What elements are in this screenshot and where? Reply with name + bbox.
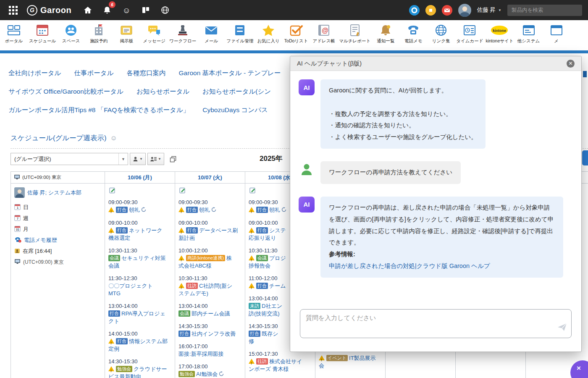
portal-tab[interactable]: お知らせポータル [136, 87, 189, 96]
new-event-icon[interactable] [249, 187, 256, 195]
day-header[interactable]: 10/07 (火) [175, 171, 245, 184]
portal-tab[interactable]: サイボウズ Office/Garoon比較ポータル [8, 87, 123, 96]
app-item-todo[interactable]: ToDoリスト [282, 20, 310, 50]
app-item-facility[interactable]: 施設予約 [85, 20, 113, 50]
event[interactable]: 17:00-18:00勉強会AI勉強会 [178, 363, 242, 378]
app-item-file[interactable]: ファイル管理 [225, 20, 255, 50]
member-tool-presence[interactable]: 在席 [16:44] [14, 246, 101, 257]
service-icon-mail[interactable] [442, 5, 452, 16]
event[interactable]: 11:30-12:30〇〇プロジェクト MTG [108, 275, 171, 297]
app-item-partial[interactable]: メ [543, 20, 570, 50]
garoon-logo[interactable]: G Garoon [27, 5, 71, 16]
event-category-badge: 会議 [256, 255, 268, 261]
top-bar-right: 佐藤 昇 ▼ [409, 4, 582, 17]
search-input[interactable] [507, 5, 582, 16]
group-select[interactable]: (グループ選択) ▼ [10, 153, 128, 165]
member-row: 佐藤 昇; システム本部 [14, 187, 101, 198]
event-line: イベントIT製品展示 会 [319, 354, 382, 370]
portlet-options-icon[interactable]: ☺ [110, 135, 117, 142]
event[interactable]: 16:00-17:00面接:新卒採用面接 [178, 343, 242, 358]
event[interactable]: 14:30-15:30勉強会クラウドサー ビス最新動向 [108, 358, 171, 378]
member-tool-calendar-week[interactable]: 7週 [14, 213, 101, 224]
new-event-icon[interactable] [179, 187, 186, 195]
event-category-badge: 来訪 [249, 303, 260, 309]
chevron-down-icon: ▼ [498, 8, 501, 12]
app-item-label: ToDoリスト [284, 38, 308, 44]
portal-tab[interactable]: 各種窓口案内 [127, 69, 166, 78]
portal-tab[interactable]: ガルーンポータル活用Tips #8 「FAQを検索できるポータル」 [8, 106, 189, 115]
event[interactable]: 09:00-10:00打合データベース刷 新計画 [178, 219, 242, 242]
schedule-portlet-title[interactable]: スケジュール(グループ週表示) [10, 134, 107, 143]
event[interactable]: イベントIT製品展示 会 [319, 354, 382, 370]
portal-tab[interactable]: 仕事ポータル [74, 69, 113, 78]
help-article-link[interactable]: 申請が差し戻された場合の対処|クラウド版 Garoon ヘルプ [329, 260, 490, 272]
app-item-label: 電話メモ [404, 38, 423, 44]
event[interactable]: 15:00-17:30往訪株式会社サイ ンボーズ 青木様 [249, 350, 312, 373]
member-tool-calendar-day[interactable]: 1日 [14, 202, 101, 213]
user-menu[interactable]: 佐藤 昇 ▼ [477, 6, 501, 14]
app-item-notification[interactable]: 通知一覧 [372, 20, 399, 50]
member-avatar[interactable] [14, 187, 25, 198]
app-item-favorite[interactable]: お気に入り [255, 20, 282, 50]
close-icon[interactable]: ✕ [567, 60, 575, 68]
chat-bubble: ワークフローの再申請方法を教えてください [320, 161, 461, 184]
event[interactable]: 14:30-15:30打合社内インフラ改善 [178, 323, 242, 338]
app-item-portal[interactable]: ポータル [0, 20, 28, 50]
organization-select-button[interactable]: ▼ [147, 153, 164, 165]
send-icon[interactable] [557, 323, 567, 331]
event[interactable]: 13:00-14:00会議部内チーム会議 [178, 302, 242, 318]
event-line: 勉強会クラウドサー ビス最新動向 [108, 365, 171, 378]
member-name[interactable]: 佐藤 昇; システム本部 [27, 189, 81, 197]
user-select-button[interactable]: ▼ [130, 153, 146, 165]
app-item-phone[interactable]: 電話メモ [399, 20, 427, 50]
day-header[interactable]: 10/06 (月) [105, 171, 175, 184]
member-tool-monitor[interactable]: (UTC+09:00) 東京 [14, 257, 101, 268]
member-tool-calendar-month[interactable]: 31月 [14, 224, 101, 235]
app-item-links[interactable]: リンク集 [427, 20, 455, 50]
network-globe-icon[interactable] [158, 3, 172, 17]
notification-bell-icon[interactable]: 6 [100, 3, 114, 17]
app-item-label: ファイル管理 [226, 38, 253, 44]
new-event-row [178, 186, 242, 195]
app-item-workflow[interactable]: ワークフロー [168, 20, 197, 50]
portal-tab[interactable]: CybozuDays コンパス [202, 106, 268, 115]
app-item-timecard[interactable]: タイムカード [455, 20, 484, 50]
emoji-status-icon[interactable]: ☺ [119, 3, 134, 17]
app-item-mail[interactable]: メール [197, 20, 225, 50]
app-item-message[interactable]: メッセージ [140, 20, 168, 50]
app-item-bulletin[interactable]: 掲示板 [113, 20, 140, 50]
member-tool-phone-memo[interactable]: !電話メモ履歴 [14, 235, 101, 246]
app-item-space[interactable]: スペース [57, 20, 85, 50]
chat-title: AI ヘルプチャット(β版) [297, 60, 362, 68]
event[interactable]: 09:00-10:00打合ネットワーク 機器選定 [108, 219, 171, 242]
event[interactable]: 09:00-09:30打合朝礼 [108, 199, 171, 214]
event[interactable]: 10:30-11:30往訪C社訪問(新シ ステムデモ) [178, 275, 242, 297]
board-view-icon[interactable] [139, 3, 153, 17]
service-icon-yellow[interactable] [425, 5, 436, 16]
app-item-othersystem[interactable]: 他システム [515, 20, 543, 50]
chat-message-ai: AIワークフローの再申請は、差し戻された申請の場合「未処理一覧」から対象申請を選… [299, 197, 573, 278]
copy-view-icon[interactable] [170, 156, 176, 163]
app-item-kintone[interactable]: kintonekintoneサイト [484, 20, 514, 50]
app-item-schedule[interactable]: スケジュール [28, 20, 57, 50]
app-item-report[interactable]: マルチレポート [338, 20, 372, 50]
app-launcher-icon[interactable] [6, 3, 20, 17]
service-icon-blue[interactable] [409, 5, 420, 16]
event[interactable]: 10:30-11:30会議セキュリティ対策 会議 [108, 247, 171, 270]
portal-tab[interactable]: Garoon 基本ポータル - テンプレー [179, 69, 281, 78]
event[interactable]: 13:00-14:00打合RPA導入プロジェ クト [108, 302, 171, 325]
app-item-address[interactable]: @アドレス帳 [310, 20, 338, 50]
event-title: 朝礼 [269, 207, 280, 213]
new-event-icon[interactable] [109, 187, 116, 195]
home-icon[interactable] [81, 3, 95, 17]
event-title: 部内チーム会議 [192, 310, 230, 317]
portal-tab[interactable]: お知らせポータル(シン [202, 87, 271, 96]
event[interactable]: 09:00-09:30打合朝礼 [178, 199, 242, 214]
event[interactable]: 10:00-12:00商談(kintone連携)株 式会社ABC様 [178, 247, 242, 270]
user-avatar[interactable] [458, 4, 471, 17]
member-tool-label: 月 [23, 226, 29, 233]
event[interactable]: 14:00-15:00打合情報システム部 定例 [108, 330, 171, 353]
chat-input[interactable] [300, 309, 572, 338]
portal-tab[interactable]: 全社向けポータル [8, 69, 61, 78]
event-line: 打合朝礼 [178, 206, 242, 214]
